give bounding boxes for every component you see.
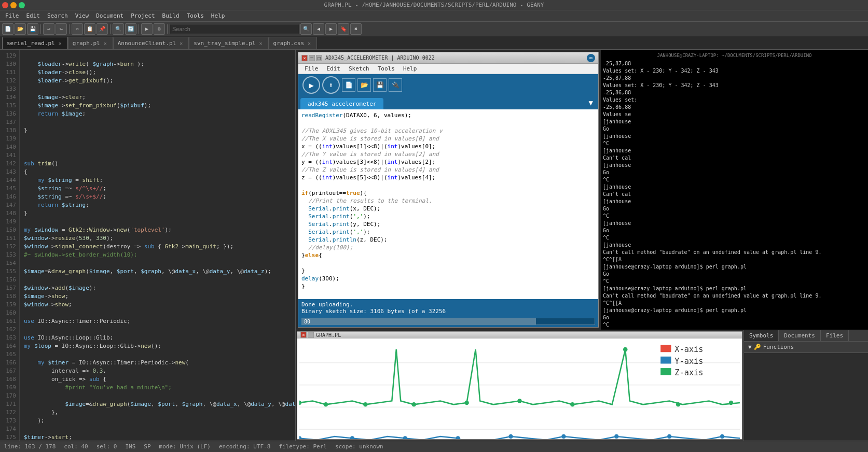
menu-project[interactable]: Project xyxy=(128,11,158,20)
menu-help[interactable]: Help xyxy=(208,11,228,20)
toolbar-sep2 xyxy=(69,24,70,34)
replace-btn[interactable]: 🔄 xyxy=(125,23,136,35)
symbols-content xyxy=(744,353,868,441)
find-btn[interactable]: 🔍 xyxy=(113,23,124,35)
arduino-new-btn[interactable]: 📄 xyxy=(342,78,355,92)
menu-document[interactable]: Document xyxy=(93,11,127,20)
close-icon[interactable] xyxy=(2,2,8,8)
paste-btn[interactable]: 📌 xyxy=(97,23,108,35)
arduino-min-icon[interactable]: ─ xyxy=(309,55,315,61)
svg-point-25 xyxy=(720,434,724,439)
menu-bar: File Edit Search View Document Project B… xyxy=(0,10,868,22)
redo-btn[interactable]: ↪ xyxy=(56,23,67,35)
save-file-btn[interactable]: 💾 xyxy=(27,23,38,35)
nav-fwd-btn[interactable]: ▶ xyxy=(325,23,337,35)
close-btn[interactable]: ✖ xyxy=(350,23,362,35)
search-go-btn[interactable]: 🔍 xyxy=(300,23,312,35)
arduino-verify-btn[interactable]: ▶ xyxy=(302,76,320,94)
terminal-line: Go xyxy=(603,227,866,234)
tab-css[interactable]: graph.css ✕ xyxy=(269,37,318,49)
terminal-line: ^C xyxy=(603,321,866,329)
arduino-save-btn[interactable]: 💾 xyxy=(373,78,387,92)
terminal-line: [janhouse xyxy=(603,147,866,154)
arduino-max-icon[interactable]: □ xyxy=(316,55,322,61)
minimize-icon[interactable] xyxy=(10,2,17,8)
tab-close-css[interactable]: ✕ xyxy=(306,40,312,47)
copy-btn[interactable]: 📋 xyxy=(84,23,95,35)
terminal-line: [janhouse xyxy=(603,198,866,205)
nav-back-btn[interactable]: ◀ xyxy=(313,23,324,35)
menu-view[interactable]: View xyxy=(72,11,92,20)
terminal-line: Go xyxy=(603,205,866,213)
bookmark-btn[interactable]: 🔖 xyxy=(338,23,349,35)
terminal-line: Values se xyxy=(603,111,866,118)
new-file-btn[interactable]: 📄 xyxy=(2,23,13,35)
menu-edit[interactable]: Edit xyxy=(23,11,44,20)
ard-menu-edit[interactable]: Edit xyxy=(323,64,345,73)
line-numbers: 129130131132133 134135136137138 13914014… xyxy=(0,50,20,441)
arduino-code-editor[interactable]: readRegister(DATAX0, 6, values); //The A… xyxy=(298,109,598,299)
arduino-menu: File Edit Sketch Tools Help xyxy=(298,64,598,74)
status-line: line: 163 / 178 xyxy=(4,443,56,450)
terminal-line: Values set: xyxy=(603,96,866,104)
menu-file[interactable]: File xyxy=(2,11,22,20)
tab-files[interactable]: Files xyxy=(821,330,849,341)
svg-text:Y-axis: Y-axis xyxy=(674,356,703,365)
tab-svn[interactable]: svn_tray_simple.pl ✕ xyxy=(189,37,268,49)
arduino-close-icon[interactable]: ✕ xyxy=(301,55,308,61)
arduino-toolbar: ▶ ⬆ 📄 📂 💾 🔌 xyxy=(298,74,598,96)
symbols-collapse-icon[interactable]: ▼ xyxy=(748,344,752,350)
symbols-header: ▼ 🔑 Functions xyxy=(744,342,868,353)
arduino-tab-sketch[interactable]: adx345_accelerometer xyxy=(300,98,383,109)
arduino-upload-btn[interactable]: ⬆ xyxy=(322,76,340,94)
ard-menu-file[interactable]: File xyxy=(300,64,323,73)
graph-min-icon[interactable] xyxy=(308,332,314,338)
menu-search[interactable]: Search xyxy=(44,11,71,20)
tab-close-graph[interactable]: ✕ xyxy=(102,40,108,47)
menu-build[interactable]: Build xyxy=(159,11,183,20)
tab-close-announce[interactable]: ✕ xyxy=(178,40,184,47)
graph-close-icon[interactable]: ✕ xyxy=(300,332,307,338)
terminal-line: -25,87,88 xyxy=(603,75,866,82)
arduino-progress-bar: 80 xyxy=(301,318,595,325)
compile-btn[interactable]: ⚙ xyxy=(154,23,165,35)
maximize-icon[interactable] xyxy=(19,2,25,8)
menu-tools[interactable]: Tools xyxy=(184,11,207,20)
run-btn[interactable]: ▶ xyxy=(141,23,153,35)
ard-menu-tools[interactable]: Tools xyxy=(374,64,399,73)
terminal-line: Can't call method "baudrate" on an undef… xyxy=(603,249,866,256)
status-mode: mode: Unix (LF) xyxy=(159,443,211,450)
arduino-title: ADX345_ACCELEROMETER | ARDUINO 0022 xyxy=(325,55,435,61)
arduino-tab-expand-icon[interactable]: ▼ xyxy=(586,98,596,107)
search-input[interactable] xyxy=(170,24,299,34)
arduino-window-controls: ✕ ─ □ xyxy=(301,55,322,61)
terminal-panel[interactable]: JANHOUSE@CRAZY-LAPTOP: ~/DOCUMENTS/SCRIP… xyxy=(601,50,868,330)
tab-close-serial-read[interactable]: ✕ xyxy=(57,40,63,47)
terminal-line: -25,87,88 xyxy=(603,60,866,67)
graph-svg: X-axis Y-axis Z-axis xyxy=(299,341,740,440)
tab-symbols[interactable]: Symbols xyxy=(744,330,779,341)
svg-text:X-axis: X-axis xyxy=(674,345,703,354)
terminal-line: [janhouse xyxy=(603,242,866,249)
graph-window-title: GRAPH.PL xyxy=(316,332,341,338)
terminal-line: ^C xyxy=(603,140,866,147)
tab-announce[interactable]: AnnounceClient.pl ✕ xyxy=(113,37,189,49)
cut-btn[interactable]: ✂ xyxy=(72,23,83,35)
open-file-btn[interactable]: 📂 xyxy=(15,23,26,35)
code-container: 129130131132133 134135136137138 13914014… xyxy=(0,50,295,441)
arduino-progress-label: 80 xyxy=(304,319,310,324)
svg-point-13 xyxy=(570,402,574,407)
svg-point-16 xyxy=(729,401,733,405)
arduino-open-btn[interactable]: 📂 xyxy=(357,78,371,92)
undo-btn[interactable]: ↩ xyxy=(43,23,54,35)
ard-menu-sketch[interactable]: Sketch xyxy=(345,64,374,73)
svg-text:Z-axis: Z-axis xyxy=(674,368,703,377)
tab-graph[interactable]: graph.pl ✕ xyxy=(68,37,113,49)
tab-serial-read[interactable]: serial_read.pl ✕ xyxy=(2,37,68,49)
code-text[interactable]: $loader->write( $graph->burn ); $loader-… xyxy=(20,50,295,441)
ard-menu-help[interactable]: Help xyxy=(399,64,421,73)
title-bar-controls xyxy=(2,2,25,8)
arduino-serial-btn[interactable]: 🔌 xyxy=(389,78,402,92)
tab-documents[interactable]: Documents xyxy=(779,330,821,341)
tab-close-svn[interactable]: ✕ xyxy=(258,40,264,47)
